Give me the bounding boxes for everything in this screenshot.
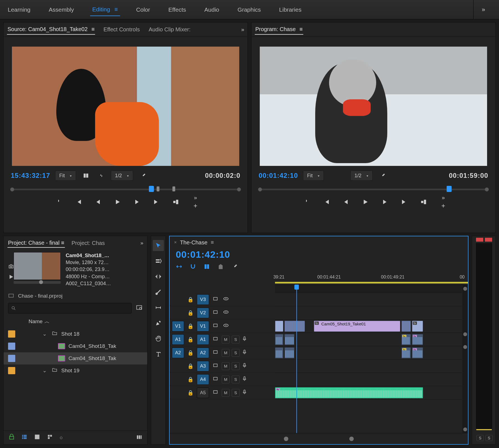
audio-clip[interactable] [275,347,283,358]
insert-icon[interactable] [170,196,181,207]
insert-overlay-icon[interactable] [96,171,106,181]
lock-icon[interactable]: 🔒 [186,363,195,369]
video-clip[interactable] [284,321,305,332]
icon-view-icon[interactable] [34,434,40,441]
source-out-point-icon[interactable] [172,186,175,191]
sync-lock-icon[interactable] [211,376,220,383]
source-in-point-icon[interactable] [157,186,159,191]
zoom-handle-left[interactable] [284,437,288,441]
source-playhead-icon[interactable] [149,186,154,192]
track-header-a2[interactable]: A2 🔒 A2 M S [170,346,275,360]
program-playhead-icon[interactable] [447,186,452,192]
effect-controls-tab[interactable]: Effect Controls [103,25,140,34]
workspace-tab-learning[interactable]: Learning [6,4,33,16]
sync-lock-icon[interactable] [211,349,220,356]
label-chip[interactable] [8,343,15,350]
step-fwd-icon[interactable] [379,196,390,207]
sequence-title[interactable]: The-Chase [180,239,207,246]
solo-toggle[interactable]: S [232,389,240,397]
mute-toggle[interactable]: M [222,389,230,397]
audio-clip-music[interactable]: fx [275,387,423,398]
track-header-a3[interactable]: 🔒 A3 M S [170,360,275,373]
project-search-input[interactable] [8,303,132,313]
program-zoom-select[interactable]: Fit▾ [303,171,324,181]
workspace-tab-editing[interactable]: Editing ≡ [90,3,120,16]
in-out-range-bar[interactable] [275,282,468,284]
workspace-overflow-icon[interactable]: » [473,0,493,19]
video-clip[interactable] [401,321,411,332]
track-header-a5[interactable]: 🔒 A5 M S [170,386,275,399]
label-chip[interactable] [8,355,15,362]
target-a5[interactable]: A5 [197,388,209,398]
solo-toggle[interactable]: S [232,336,240,343]
preview-scrub-bar[interactable] [14,281,61,284]
source-duration-timecode[interactable]: 00:00:02:0 [205,172,240,179]
program-duration-timecode[interactable]: 00:01:59:00 [449,172,488,179]
project-path-label[interactable]: Chase - final.prproj [18,293,63,299]
project-tab-other[interactable]: Project: Chas [71,239,105,247]
workspace-tab-color[interactable]: Color [134,4,152,16]
program-settings-wrench-icon[interactable] [378,171,388,181]
sync-lock-icon[interactable] [211,336,220,343]
lock-icon[interactable]: 🔒 [186,376,195,383]
mark-in-icon[interactable] [54,196,65,207]
source-patch-a1[interactable]: A1 [172,334,184,345]
target-a3[interactable]: A3 [197,361,209,371]
target-a2[interactable]: A2 [197,348,209,358]
step-back-icon[interactable] [93,196,104,207]
play-icon[interactable] [112,196,123,207]
workspace-menu-icon[interactable]: ≡ [114,6,118,12]
sync-lock-icon[interactable] [211,363,220,369]
audio-clip[interactable]: fx [412,334,423,345]
workspace-tab-assembly[interactable]: Assembly [47,4,76,16]
lock-icon[interactable]: 🔒 [186,297,195,303]
sequence-menu-icon[interactable]: ≡ [211,239,214,245]
source-patch-a2[interactable]: A2 [172,348,184,358]
track-header-v1[interactable]: V1 🔒 V1 [170,320,275,333]
audio-clip[interactable] [284,347,294,358]
mute-toggle[interactable]: M [222,376,230,383]
project-preview-thumb[interactable] [14,252,61,280]
clip-row[interactable]: Cam04_Shot18_Tak [4,340,147,352]
mark-in-icon[interactable] [302,196,313,207]
disclosure-down-icon[interactable]: ⌄ [41,367,48,374]
source-current-timecode[interactable]: 15:43:32:17 [11,172,50,179]
type-tool-icon[interactable] [153,349,164,360]
audio-clip[interactable] [275,334,283,345]
workspace-tab-graphics[interactable]: Graphics [235,4,263,16]
track-select-tool-icon[interactable] [153,255,164,267]
sequence-close-icon[interactable]: × [174,240,177,245]
target-v2[interactable]: V2 [197,308,209,318]
preview-play-icon[interactable] [8,274,14,281]
video-clip[interactable] [275,321,283,332]
mute-toggle[interactable]: M [222,336,230,343]
lock-icon[interactable]: 🔒 [186,336,195,343]
sync-lock-icon[interactable] [211,309,220,316]
program-current-timecode[interactable]: 00:01:42:10 [259,172,298,179]
solo-toggle[interactable]: S [232,349,240,357]
program-tab-menu-icon[interactable]: ≡ [299,26,303,32]
project-tab-menu-icon[interactable]: ≡ [61,240,64,246]
source-patch-v1[interactable]: V1 [172,321,184,331]
program-timeline-ruler[interactable] [258,185,489,194]
solo-toggle[interactable]: S [232,376,240,383]
voiceover-mic-icon[interactable] [242,389,247,396]
eye-icon[interactable] [222,296,230,303]
new-item-icon[interactable] [136,434,142,441]
solo-right[interactable]: S [485,435,493,441]
audio-meters-panel[interactable]: S S [472,236,496,445]
program-video-frame[interactable] [260,47,487,166]
hand-tool-icon[interactable] [153,333,164,344]
slip-tool-icon[interactable] [153,302,164,313]
track-header-v3[interactable]: 🔒 V3 [170,293,275,306]
label-chip[interactable] [8,330,15,338]
go-to-out-icon[interactable] [399,196,410,207]
add-marker-icon[interactable] [217,263,224,271]
lock-icon[interactable]: 🔒 [186,310,195,316]
eye-icon[interactable] [222,309,230,317]
zoom-slider-handle[interactable]: ○ [60,435,63,441]
source-resolution-select[interactable]: 1/2▾ [111,171,133,181]
audio-clip[interactable]: fx [401,347,411,358]
track-header-v2[interactable]: 🔒 V2 [170,306,275,320]
workspace-tab-effects[interactable]: Effects [166,4,188,16]
